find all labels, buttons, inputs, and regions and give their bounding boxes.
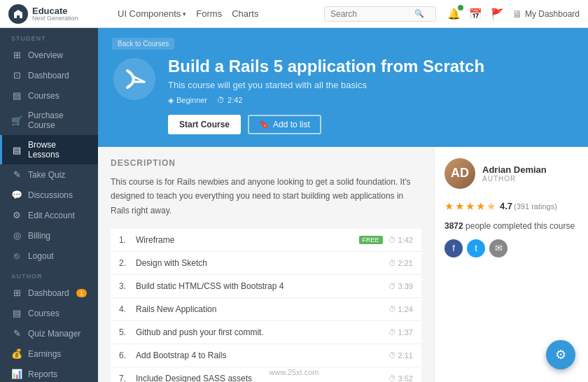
sidebar-item-label: Discussions (28, 190, 73, 200)
clock-icon: ⏱ (388, 282, 396, 290)
student-section-label: STUDENT (0, 28, 98, 45)
lesson-item[interactable]: 2. Design with Sketch ⏱ 2:21 (111, 252, 421, 275)
author-info: Adrian Demian AUTHOR (482, 164, 547, 183)
lesson-number: 7. (119, 374, 136, 382)
share-icons: f t ✉ (444, 239, 507, 257)
lesson-title: Design with Sketch (136, 258, 388, 268)
duration-icon: ⏱ (217, 96, 225, 104)
lesson-item[interactable]: 6. Add Bootstrap 4 to Rails ⏱ 2:11 (111, 344, 421, 367)
sidebar-item-dashboard-student[interactable]: ⊡ Dashboard (0, 65, 98, 85)
sidebar-item-purchase-course[interactable]: 🛒 Purchase Course (0, 106, 98, 135)
clock-icon: ⏱ (388, 351, 396, 360)
lesson-duration: ⏱ 2:21 (388, 259, 413, 267)
search-icon: 🔍 (414, 9, 424, 18)
nav-link-ui-components[interactable]: UI Components ▾ (118, 8, 186, 19)
search-input[interactable] (330, 9, 414, 19)
quiz-manager-icon: ✎ (11, 328, 22, 339)
share-twitter-button[interactable]: t (467, 239, 485, 257)
courses-icon: ▤ (11, 90, 22, 101)
lesson-item[interactable]: 1. Wireframe FREE ⏱ 1:42 (111, 229, 421, 252)
clock-icon: ⏱ (388, 259, 396, 267)
lesson-title: Rails New Application (136, 304, 388, 314)
lesson-number: 1. (119, 235, 136, 245)
lesson-item[interactable]: 5. Github and push your first commit. ⏱ … (111, 321, 421, 344)
dashboard-icon: ⊡ (11, 70, 22, 80)
sidebar-item-earnings[interactable]: 💰 Earnings (0, 344, 98, 364)
sidebar-item-courses-student[interactable]: ▤ Courses (0, 85, 98, 106)
star-3: ★ (465, 200, 475, 213)
course-subtitle: This course will get you started with al… (168, 80, 574, 90)
logo-icon (8, 4, 28, 24)
calendar-button[interactable]: 📅 (469, 8, 482, 20)
sidebar-item-edit-account[interactable]: ⚙ Edit Account (0, 205, 98, 225)
logo-title: Educate (32, 6, 78, 15)
sidebar-item-take-quiz[interactable]: ✎ Take Quiz (0, 164, 98, 185)
main-content: Back to Courses Build a Rails 5 applicat… (98, 28, 588, 382)
star-4: ★ (476, 200, 485, 213)
lesson-item[interactable]: 4. Rails New Application ⏱ 1:24 (111, 298, 421, 321)
sidebar-item-label: Quiz Manager (28, 329, 80, 339)
share-facebook-button[interactable]: f (444, 239, 463, 257)
sidebar-item-quiz-manager[interactable]: ✎ Quiz Manager (0, 323, 98, 344)
lesson-duration: ⏱ 1:24 (388, 305, 413, 313)
fab-settings-button[interactable]: ⚙ (546, 340, 575, 369)
start-course-button[interactable]: Start Course (168, 115, 241, 134)
sidebar-item-label: Earnings (28, 349, 61, 359)
gear-icon: ⚙ (555, 347, 566, 362)
sidebar-item-overview[interactable]: ⊞ Overview (0, 45, 98, 65)
sidebar-item-reports[interactable]: 📊 Reports (0, 364, 98, 382)
sidebar-item-logout-student[interactable]: ⎋ Logout (0, 246, 98, 266)
back-to-courses-link[interactable]: Back to Courses (112, 38, 174, 50)
reports-icon: 📊 (11, 369, 22, 379)
sidebar-item-label: Courses (28, 91, 59, 101)
sidebar-item-label: Browse Lessons (28, 140, 87, 160)
sidebar-item-label: Edit Account (28, 211, 75, 220)
course-header: Back to Courses Build a Rails 5 applicat… (98, 28, 588, 147)
dropdown-caret: ▾ (183, 10, 186, 17)
lesson-title: Include Designed SASS assets (136, 374, 388, 382)
star-1: ★ (444, 200, 454, 213)
lesson-duration: ⏱ 2:11 (388, 351, 413, 360)
sidebar-item-dashboard-author[interactable]: ⊞ Dashboard 1 (0, 283, 98, 303)
sidebar-item-discussions[interactable]: 💬 Discussions (0, 185, 98, 205)
edit-account-icon: ⚙ (11, 210, 22, 220)
lesson-duration: ⏱ 3:39 (388, 282, 413, 290)
clock-icon: ⏱ (388, 236, 396, 244)
main-layout: STUDENT ⊞ Overview ⊡ Dashboard ▤ Courses… (0, 28, 588, 382)
sidebar-item-browse-lessons[interactable]: ▤ Browse Lessons (0, 135, 98, 164)
logout-icon: ⎋ (11, 250, 22, 261)
lesson-title: Github and push your first commit. (136, 327, 388, 337)
nav-link-forms[interactable]: Forms (196, 8, 222, 19)
star-rating: ★ ★ ★ ★ ★ 4.7 (391 ratings) (444, 200, 557, 213)
quiz-icon: ✎ (11, 169, 22, 180)
notification-bell-button[interactable]: 🔔 (447, 8, 461, 20)
nav-link-charts[interactable]: Charts (232, 8, 258, 19)
billing-icon: ◎ (11, 230, 22, 241)
clock-icon: ⏱ (388, 328, 396, 337)
author-section: AD Adrian Demian AUTHOR ★ ★ ★ ★ ★ 4.7 (444, 158, 578, 257)
author-role: AUTHOR (482, 175, 547, 183)
sidebar-item-label: Billing (28, 231, 50, 241)
logo: Educate Next Generation (8, 4, 106, 24)
lesson-title: Add Bootstrap 4 to Rails (136, 351, 388, 360)
browse-icon: ▤ (11, 145, 22, 155)
lesson-item[interactable]: 7. Include Designed SASS assets ⏱ 3:52 (111, 367, 421, 382)
add-to-list-button[interactable]: 🔖 Add to list (248, 115, 321, 134)
lesson-title: Wireframe (136, 235, 359, 245)
flag-button[interactable]: 🚩 (491, 8, 504, 20)
description-section-title: DESCRIPTION (111, 158, 421, 168)
share-email-button[interactable]: ✉ (489, 239, 507, 257)
discussions-icon: 💬 (11, 190, 22, 200)
bookmark-icon: 🔖 (259, 120, 270, 129)
left-content: DESCRIPTION This course is for Rails new… (98, 147, 434, 382)
clock-icon: ⏱ (388, 374, 396, 382)
star-2: ★ (455, 200, 464, 213)
content-area: DESCRIPTION This course is for Rails new… (98, 147, 588, 382)
search-box: 🔍 (324, 6, 436, 22)
sidebar-item-label: Reports (28, 369, 57, 379)
sidebar-item-courses-author[interactable]: ▤ Courses (0, 303, 98, 323)
completions: 3872 people completed this course (444, 221, 575, 231)
lesson-item[interactable]: 3. Build static HTML/CSS with Bootstrap … (111, 275, 421, 298)
sidebar-item-billing[interactable]: ◎ Billing (0, 225, 98, 246)
my-dashboard-button[interactable]: 🖥 My Dashboard (512, 8, 580, 20)
